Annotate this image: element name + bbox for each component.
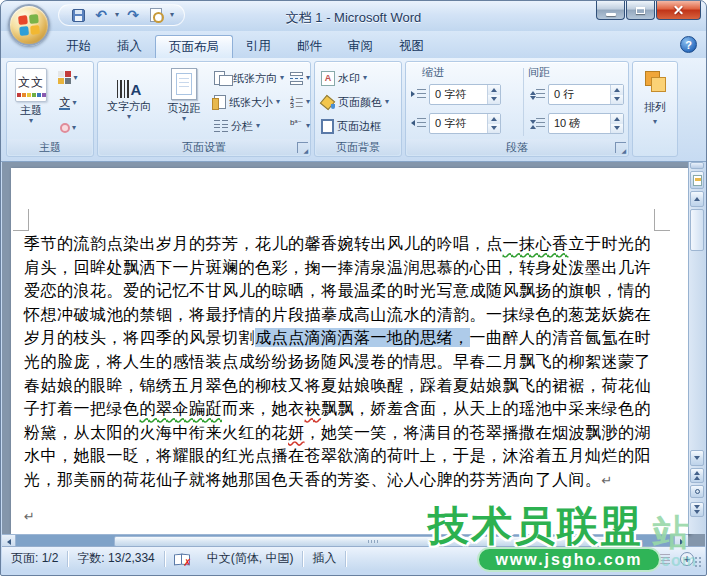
page-setup-dialog-launcher[interactable] xyxy=(297,142,308,153)
theme-colors-icon xyxy=(58,71,71,84)
tab-邮件[interactable]: 邮件 xyxy=(284,35,335,58)
arrange-button[interactable]: 排列 ▾ xyxy=(636,68,674,126)
paragraph-dialog-launcher[interactable] xyxy=(615,142,626,153)
watermark-icon: A xyxy=(321,71,335,86)
document-page[interactable]: 季节的流韵点染出岁月的芬芳，花儿的馨香婉转出风儿的吟唱，点一抹心香立于时光的肩头… xyxy=(11,168,690,534)
scroll-down-button[interactable] xyxy=(690,450,704,466)
selected-text: 成点点滴滴洒落一地的思绪， xyxy=(255,328,470,347)
window-title: 文档 1 - Microsoft Word xyxy=(121,9,586,27)
tab-视图[interactable]: 视图 xyxy=(386,35,437,58)
page-color-button[interactable]: 页面颜色▾ xyxy=(319,90,391,114)
select-browse-object-button[interactable] xyxy=(690,485,704,498)
split-handle[interactable] xyxy=(690,162,704,169)
page-borders-button[interactable]: 页面边框 xyxy=(319,114,391,138)
hyphenation-button[interactable]: bᵃ⁻▾ xyxy=(288,114,312,138)
tab-开始[interactable]: 开始 xyxy=(53,35,104,58)
page-setup-group: A 文字方向 ▾ 页边距 ▾ 纸张方向▾ 纸张大小▾ xyxy=(97,61,311,157)
text-line[interactable]: 岁月的枝头，将四季的风景切割成点点滴滴洒落一地的思绪，一曲醉人的清音氤氲在时 xyxy=(24,326,674,350)
ribbon-tab-strip: 开始插入页面布局引用邮件审阅视图 ? xyxy=(1,31,706,58)
web-layout-view-button[interactable] xyxy=(613,549,632,568)
ruler-toggle-button[interactable] xyxy=(690,171,704,189)
tab-审阅[interactable]: 审阅 xyxy=(335,35,386,58)
draft-view-button[interactable] xyxy=(655,549,674,568)
theme-fonts-icon: 文 xyxy=(59,96,70,110)
undo-dropdown-arrow[interactable]: ▾ xyxy=(115,11,119,19)
zoom-in-button[interactable]: + xyxy=(680,552,694,566)
text-line[interactable]: 子打着一把绿色的翠伞蹁跹而来，她衣袂飘飘，娇羞含面，从天上的瑶池中采来绿色的 xyxy=(24,397,674,421)
text-direction-button[interactable]: A 文字方向 ▾ xyxy=(101,65,157,121)
margins-button[interactable]: 页边距 ▾ xyxy=(159,65,209,123)
text-line[interactable]: 爱恋的浪花。爱的记忆不甘风儿的晾晒，将最温柔的时光写意成随风飘扬的旗帜，情的 xyxy=(24,279,674,303)
close-button[interactable] xyxy=(656,1,701,20)
proofing-status[interactable]: ✗ xyxy=(165,547,198,570)
text-line[interactable]: 光的脸庞，将人生的感悟装点成纷纷扬扬随风漫卷的情思。早春二月飘飞的柳絮迷蒙了 xyxy=(24,350,674,374)
outline-view-button[interactable] xyxy=(634,549,653,568)
reading-view-icon xyxy=(596,554,608,563)
spacing-before-spinner[interactable] xyxy=(610,85,623,104)
watermark-button[interactable]: A 水印▾ xyxy=(319,66,391,90)
office-button[interactable] xyxy=(8,4,50,46)
text-segment: 春姑娘的眼眸，锦绣五月翠色的柳枝又将夏姑娘唤醒，踩着夏姑娘飘飞的裙裾，荷花仙 xyxy=(24,376,651,395)
line-numbers-button[interactable]: 1 —2 —3 —▾ xyxy=(288,90,312,114)
ribbon-tabs: 开始插入页面布局引用邮件审阅视图 xyxy=(53,31,437,58)
previous-page-button[interactable] xyxy=(690,468,704,483)
indent-left-spinner[interactable] xyxy=(487,85,500,104)
spacing-after-spinner[interactable] xyxy=(610,114,623,133)
outline-view-icon xyxy=(639,554,649,564)
minimize-button[interactable] xyxy=(596,1,625,20)
minimize-icon xyxy=(606,13,616,16)
breaks-button[interactable]: ▾ xyxy=(288,66,312,90)
page-number-indicator[interactable]: 页面: 1/2 xyxy=(2,547,67,570)
save-button[interactable] xyxy=(69,6,87,24)
paragraph-mark: ↵ xyxy=(24,509,35,524)
tab-页面布局[interactable]: 页面布局 xyxy=(155,35,233,58)
next-page-button[interactable] xyxy=(690,502,704,517)
document-text[interactable]: 季节的流韵点染出岁月的芬芳，花儿的馨香婉转出风儿的吟唱，点一抹心香立于时光的肩头… xyxy=(24,232,674,528)
line-numbers-icon: 1 —2 —3 — xyxy=(290,96,303,109)
text-line[interactable]: 肩头，回眸处飘洒下一片斑斓的色彩，掬一捧清泉温润思慕的心田，转身处泼墨出几许 xyxy=(24,256,674,280)
language-indicator[interactable]: 中文(简体, 中国) xyxy=(198,547,303,570)
theme-colors-button[interactable]: ▾ xyxy=(53,66,83,89)
text-line[interactable]: 水中，她眼一眨，将耀眼的红光点播在苍翠欲滴的荷叶上，于是，沐浴着五月灿烂的阳 xyxy=(24,444,674,468)
tab-引用[interactable]: 引用 xyxy=(233,35,284,58)
text-segment: 飘飘，娇羞含面，从天上的瑶池中采来绿色的 xyxy=(321,399,651,418)
paper-size-button[interactable]: 纸张大小▾ xyxy=(212,90,286,114)
indent-left-field[interactable]: 0 字符 xyxy=(429,84,501,105)
maximize-button[interactable] xyxy=(626,1,655,20)
print-layout-view-button[interactable] xyxy=(571,549,590,568)
indent-right-spinner[interactable] xyxy=(487,114,500,133)
word-count-indicator[interactable]: 字数: 13/2,334 xyxy=(68,547,163,570)
indent-right-field[interactable]: 0 字符 xyxy=(429,113,501,134)
office-logo-icon xyxy=(18,14,40,36)
vertical-scrollbar[interactable] xyxy=(688,162,705,534)
theme-fonts-button[interactable]: 文▾ xyxy=(53,91,83,114)
word-window: ↶ ▾ ↷ ▾ 文档 1 - Microsoft Word 开始插入页面布局引用… xyxy=(0,0,707,576)
text-line[interactable]: 光，那美丽的荷花仙子就将她那国色天香的芳姿、沁人心脾的芬芳洒向了人间。↵ xyxy=(24,468,674,493)
tab-插入[interactable]: 插入 xyxy=(104,35,155,58)
text-line[interactable]: ↵ xyxy=(24,504,674,529)
vertical-scrollbar-thumb[interactable] xyxy=(690,209,704,251)
theme-effects-button[interactable]: ▾ xyxy=(53,116,83,139)
insert-mode-indicator[interactable]: 插入 xyxy=(303,547,345,570)
resize-grip[interactable] xyxy=(699,557,701,567)
maximize-icon xyxy=(636,7,645,14)
page-background-group-label: 页面背景 xyxy=(316,139,400,155)
spacing-after-field[interactable]: 10 磅 xyxy=(548,113,624,134)
text-line[interactable]: 春姑娘的眼眸，锦绣五月翠色的柳枝又将夏姑娘唤醒，踩着夏姑娘飘飞的裙裾，荷花仙 xyxy=(24,374,674,398)
orientation-button[interactable]: 纸张方向▾ xyxy=(212,66,286,90)
undo-button[interactable]: ↶ xyxy=(92,6,110,24)
page-setup-group-label: 页面设置 xyxy=(99,139,309,155)
scroll-up-button[interactable] xyxy=(690,191,704,207)
spacing-before-field[interactable]: 0 行 xyxy=(548,84,624,105)
theme-mini-buttons: ▾ 文▾ ▾ xyxy=(53,66,83,139)
help-button[interactable]: ? xyxy=(680,36,697,53)
text-line[interactable]: 季节的流韵点染出岁月的芬芳，花儿的馨香婉转出风儿的吟唱，点一抹心香立于时光的 xyxy=(24,232,674,256)
text-segment: 而来，她衣 xyxy=(222,399,305,418)
themes-button[interactable]: 文文 主题 ▾ xyxy=(11,65,51,125)
full-screen-reading-view-button[interactable] xyxy=(592,549,611,568)
text-line[interactable]: 粉黛，从太阳的火海中衔来火红的花妍，她笑一笑，将满目的苍翠播撒在烟波飘渺的湖 xyxy=(24,421,674,445)
text-segment: 妍 xyxy=(288,423,305,442)
columns-button[interactable]: 分栏▾ xyxy=(212,114,286,138)
text-line[interactable]: 怀想冲破城池的禁锢，将最抒情的片段描摹成高山流水的清韵。一抹绿色的葱茏妖娆在 xyxy=(24,303,674,327)
spacing-before-icon xyxy=(530,88,545,101)
